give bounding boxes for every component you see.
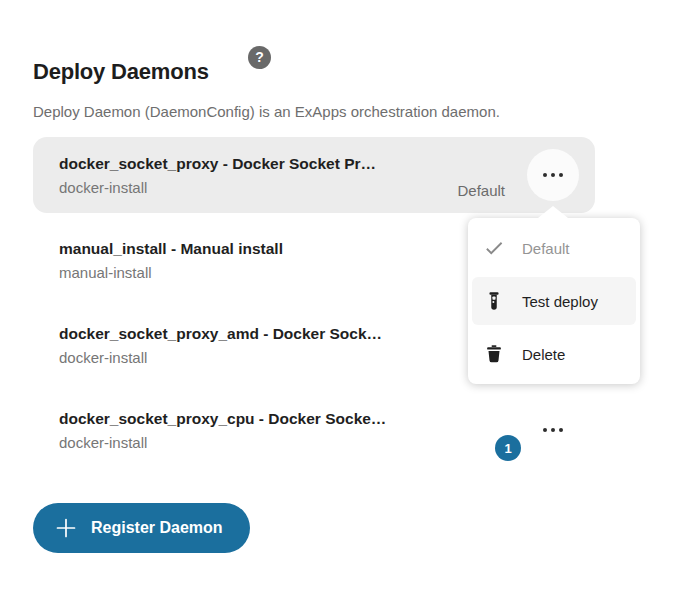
menu-caret xyxy=(538,206,568,218)
default-status-label: Default xyxy=(457,182,505,199)
exapps-count-badge: 1 xyxy=(495,435,521,461)
register-daemon-button[interactable]: Register Daemon xyxy=(33,503,250,553)
daemon-type: docker-install xyxy=(59,177,457,198)
help-circle-icon[interactable]: ? xyxy=(248,46,271,69)
daemon-actions-button[interactable] xyxy=(527,149,579,201)
plus-icon xyxy=(55,517,77,539)
menu-item-label: Test deploy xyxy=(522,293,598,310)
daemon-name: docker_socket_proxy - Docker Socket Pr… xyxy=(59,153,457,175)
menu-item-default[interactable]: Default xyxy=(472,224,636,272)
page-subtitle: Deploy Daemon (DaemonConfig) is an ExApp… xyxy=(33,103,500,120)
three-dots-icon xyxy=(543,428,564,433)
daemon-name: docker_socket_proxy_cpu - Docker Socke… xyxy=(59,408,527,430)
menu-item-label: Delete xyxy=(522,346,565,363)
daemon-context-menu: Default Test deploy Delete xyxy=(468,218,640,384)
daemon-info: docker_socket_proxy - Docker Socket Pr… … xyxy=(59,153,457,198)
check-icon xyxy=(483,237,505,259)
menu-item-delete[interactable]: Delete xyxy=(472,330,636,378)
daemon-row-docker-socket-proxy[interactable]: docker_socket_proxy - Docker Socket Pr… … xyxy=(33,137,595,213)
three-dots-icon xyxy=(543,173,564,178)
daemon-type: docker-install xyxy=(59,432,527,453)
daemon-actions-button[interactable]: 1 xyxy=(527,404,579,456)
test-tube-icon xyxy=(483,290,505,312)
trash-icon xyxy=(483,343,505,365)
page-title: Deploy Daemons xyxy=(33,59,209,85)
daemon-info: docker_socket_proxy_cpu - Docker Socke… … xyxy=(59,408,527,453)
daemon-row-docker-socket-proxy-cpu[interactable]: docker_socket_proxy_cpu - Docker Socke… … xyxy=(33,392,595,468)
menu-item-label: Default xyxy=(522,240,570,257)
register-daemon-label: Register Daemon xyxy=(91,519,223,537)
menu-item-test-deploy[interactable]: Test deploy xyxy=(472,277,636,325)
